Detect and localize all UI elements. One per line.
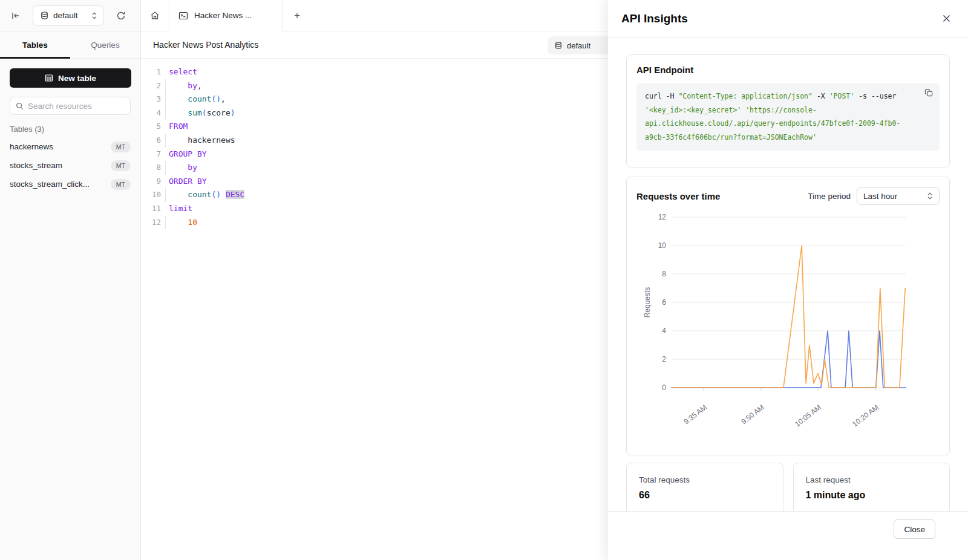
database-icon xyxy=(41,11,48,20)
total-requests-label: Total requests xyxy=(639,475,771,484)
sidebar-tabs: Tables Queries xyxy=(0,31,140,59)
table-item-name: hackernews xyxy=(10,142,53,151)
table-item-name: stocks_stream xyxy=(10,161,62,170)
line-number: 4 xyxy=(145,106,161,120)
chevron-up-down-icon xyxy=(91,11,97,20)
database-selector[interactable]: default xyxy=(33,5,104,26)
table-item-name: stocks_stream_click... xyxy=(10,180,90,189)
query-title: Hacker News Post Analytics xyxy=(153,40,258,50)
line-number: 6 xyxy=(145,134,161,148)
curl-code-block: curl -H "Content-Type: application/json"… xyxy=(636,83,940,151)
time-period-value: Last hour xyxy=(863,192,897,201)
tables-section-label: Tables (3) xyxy=(10,125,131,134)
svg-text:10:05 AM: 10:05 AM xyxy=(793,403,823,428)
time-period-label: Time period xyxy=(808,192,851,201)
requests-heading: Requests over time xyxy=(636,191,720,201)
line-number: 5 xyxy=(145,120,161,134)
last-request-label: Last request xyxy=(806,475,938,484)
svg-text:Requests: Requests xyxy=(643,287,652,318)
panel-header: API Insights xyxy=(608,0,968,37)
stats-row: Total requests 66 Last request 1 minute … xyxy=(626,463,950,511)
line-number: 8 xyxy=(145,161,161,175)
total-requests-value: 66 xyxy=(639,490,771,501)
panel-body: API Endpoint curl -H "Content-Type: appl… xyxy=(608,37,968,511)
api-endpoint-card: API Endpoint curl -H "Content-Type: appl… xyxy=(626,54,950,168)
svg-text:12: 12 xyxy=(658,213,667,221)
sidebar-topbar: default xyxy=(0,0,140,31)
line-number: 3 xyxy=(145,93,161,106)
svg-text:9:50 AM: 9:50 AM xyxy=(739,403,765,426)
requests-chart-svg: 024681012Requests9:35 AM9:50 AM10:05 AM1… xyxy=(627,207,922,449)
query-tab-label: Hacker News ... xyxy=(194,11,252,20)
tab-queries-label: Queries xyxy=(91,41,119,50)
database-selector-value: default xyxy=(53,11,78,20)
line-number: 11 xyxy=(145,202,161,216)
svg-text:4: 4 xyxy=(662,327,666,335)
table-engine-badge: MT xyxy=(111,179,131,190)
tab-tables[interactable]: Tables xyxy=(0,31,70,58)
collapse-sidebar-icon[interactable] xyxy=(7,7,24,24)
line-number: 10 xyxy=(145,188,161,202)
line-number: 12 xyxy=(145,216,161,230)
new-tab-button[interactable]: + xyxy=(283,0,312,31)
curl-command: curl -H "Content-Type: application/json"… xyxy=(645,90,931,144)
refresh-icon[interactable] xyxy=(113,7,129,24)
table-engine-badge: MT xyxy=(111,142,131,152)
requests-over-time-card: Requests over time Time period Last hour… xyxy=(626,177,950,455)
sidebar: default Tables Queries New table Tables … xyxy=(0,0,141,560)
svg-text:2: 2 xyxy=(662,355,666,363)
close-icon[interactable] xyxy=(942,14,951,23)
search-resources-box xyxy=(10,97,131,115)
new-table-button-label: New table xyxy=(58,74,96,83)
close-button[interactable]: Close xyxy=(894,519,935,539)
new-table-button[interactable]: New table xyxy=(10,68,131,88)
search-icon xyxy=(16,102,24,110)
svg-text:10:20 AM: 10:20 AM xyxy=(851,403,880,428)
tab-tables-label: Tables xyxy=(22,41,48,50)
chevron-up-down-icon xyxy=(927,192,933,200)
time-period-select[interactable]: Last hour xyxy=(857,187,940,205)
last-request-card: Last request 1 minute ago xyxy=(793,463,950,511)
home-icon xyxy=(149,10,160,21)
last-request-value: 1 minute ago xyxy=(806,490,938,501)
sidebar-table-item[interactable]: hackernews MT xyxy=(0,137,140,156)
svg-text:10: 10 xyxy=(658,241,667,250)
home-button[interactable] xyxy=(141,0,169,31)
editor-database-pill-label: default xyxy=(567,41,590,50)
api-endpoint-heading: API Endpoint xyxy=(636,65,940,75)
sidebar-table-item[interactable]: stocks_stream_click... MT xyxy=(0,175,140,194)
search-resources-input[interactable] xyxy=(28,102,125,111)
line-number: 9 xyxy=(145,175,161,189)
svg-text:0: 0 xyxy=(662,383,666,392)
line-number: 2 xyxy=(145,79,161,93)
svg-text:9:35 AM: 9:35 AM xyxy=(682,403,708,426)
panel-title: API Insights xyxy=(621,12,688,25)
total-requests-card: Total requests 66 xyxy=(626,463,783,511)
requests-card-header: Requests over time Time period Last hour xyxy=(636,187,940,205)
table-engine-badge: MT xyxy=(111,160,131,171)
copy-icon[interactable] xyxy=(924,88,934,97)
query-tab[interactable]: Hacker News ... xyxy=(169,0,283,31)
tab-queries[interactable]: Queries xyxy=(70,31,140,58)
svg-text:8: 8 xyxy=(662,270,666,278)
panel-footer: Close xyxy=(608,511,968,560)
database-icon xyxy=(555,42,562,50)
table-grid-icon xyxy=(45,74,53,82)
requests-chart: 024681012Requests9:35 AM9:50 AM10:05 AM1… xyxy=(627,207,922,449)
sidebar-table-item[interactable]: stocks_stream MT xyxy=(0,156,140,175)
svg-text:6: 6 xyxy=(662,298,666,307)
api-insights-panel: API Insights API Endpoint curl -H "Conte… xyxy=(608,0,968,560)
line-number: 7 xyxy=(145,148,161,161)
line-number: 1 xyxy=(145,65,161,79)
terminal-icon xyxy=(178,11,188,21)
